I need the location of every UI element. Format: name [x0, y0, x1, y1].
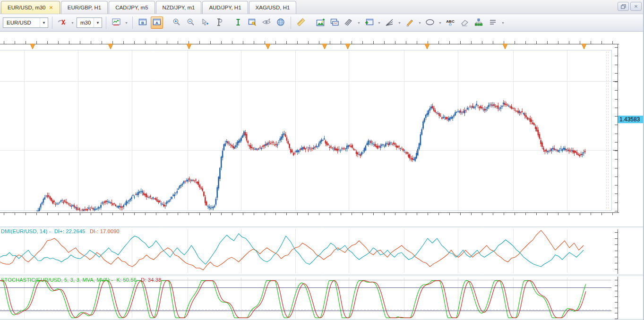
template-button[interactable]: [246, 17, 258, 29]
toolbar-separator: [106, 17, 106, 29]
chart-tab-eur-usd-m30[interactable]: EUR/USD, m30✕: [1, 1, 60, 14]
charting-app-window: EUR/USD, m30✕EUR/GBP, H1CAD/JPY, m5NZD/J…: [0, 0, 644, 320]
pointer-zoom-button[interactable]: [198, 17, 211, 29]
insert-window-icon: [365, 18, 374, 27]
close-window-button[interactable]: ✕: [630, 2, 642, 11]
restore-window-button[interactable]: [618, 2, 629, 11]
add-image-icon: [316, 18, 325, 27]
globe-icon: [276, 18, 285, 27]
fan-icon: [385, 18, 394, 27]
hide-button[interactable]: [260, 17, 273, 29]
zoom-in-button[interactable]: [170, 17, 182, 29]
tab-label: NZD/JPY, m1: [163, 5, 195, 10]
timeframe-select[interactable]: m30▼: [77, 17, 102, 28]
unlink-button-dropdown-arrow[interactable]: ▼: [70, 17, 75, 29]
add-image-button[interactable]: [314, 17, 326, 29]
stochastic-d-value: D: 34.38: [141, 277, 161, 283]
current-price-value: 1.43583: [619, 116, 640, 123]
list-icon: [489, 19, 497, 26]
zoom-out-button[interactable]: [184, 17, 197, 29]
svg-text:B: B: [141, 21, 144, 25]
insert-object-button-dropdown-arrow[interactable]: ▼: [377, 17, 381, 29]
unlink-button[interactable]: [56, 17, 69, 29]
chart-tab-aud-jpy-h1[interactable]: AUD/JPY, H1: [202, 1, 248, 14]
menu-button[interactable]: [487, 17, 499, 29]
bid-line-button[interactable]: B: [137, 17, 149, 29]
crosshair-button[interactable]: [232, 17, 244, 29]
pitchfork-button[interactable]: [343, 17, 355, 29]
ask-window-icon: A: [153, 18, 161, 27]
symbol-select-value: EUR/USD: [7, 20, 31, 25]
dmi-di-minus-value: DI-: 17.0090: [90, 228, 120, 234]
toolbar-separator: [291, 17, 291, 29]
chevron-down-icon[interactable]: ▼: [94, 18, 102, 27]
symbol-select[interactable]: EUR/USD▼: [3, 17, 48, 28]
pitchfork-button-dropdown-arrow[interactable]: ▼: [357, 17, 361, 29]
objects-tree-button[interactable]: [472, 17, 485, 29]
dmi-indicator-label: DMI(EUR/USD, 14) - DI+: 22.2645 DI-: 17.…: [1, 228, 120, 234]
chevron-down-icon[interactable]: ▼: [40, 18, 48, 27]
svg-text:ABC: ABC: [446, 19, 455, 24]
tab-close-icon[interactable]: ✕: [49, 5, 53, 11]
toolbar-separator: [52, 17, 52, 29]
chart-style-button[interactable]: [110, 17, 122, 29]
hierarchy-icon: [474, 18, 483, 27]
zoom-out-icon: [186, 18, 195, 27]
shapes-button[interactable]: [424, 17, 436, 29]
window-controls: ✕: [618, 2, 642, 11]
eraser-icon: [460, 18, 469, 27]
pencil-icon: [405, 18, 414, 27]
crosshair-icon: [234, 18, 242, 27]
chart-tab-nzd-jpy-m1[interactable]: NZD/JPY, m1: [156, 1, 202, 14]
fan-lines-button-dropdown-arrow[interactable]: ▼: [397, 17, 402, 29]
zoom-in-icon: [172, 18, 180, 27]
pointer-zoom-icon: [200, 18, 209, 27]
pitchfork-icon: [344, 18, 353, 27]
chart-type-icon: [112, 18, 120, 27]
ellipse-icon: [425, 18, 435, 27]
svg-text:A: A: [155, 21, 158, 25]
tab-label: EUR/USD, m30: [8, 5, 46, 10]
shapes-button-dropdown-arrow[interactable]: ▼: [438, 17, 442, 29]
eye-icon: [262, 18, 271, 27]
ruler-icon: [296, 17, 306, 28]
key-window-icon: [248, 18, 257, 27]
ask-line-button[interactable]: A: [151, 17, 163, 29]
text-label-button[interactable]: ABC: [444, 17, 456, 29]
frames-button[interactable]: [328, 17, 341, 29]
menu-button-dropdown-arrow[interactable]: ▼: [501, 17, 505, 29]
chart-tab-eur-gbp-h1[interactable]: EUR/GBP, H1: [61, 1, 108, 14]
vertical-scale-button[interactable]: [213, 17, 225, 29]
stochastic-indicator-label: STOCHASTIC(EUR/USD, 5, 3, 3, MVA, MVA) -…: [1, 277, 162, 283]
stochastic-k-value: K: 50.56: [116, 277, 137, 283]
tab-label: CAD/JPY, m5: [115, 5, 148, 10]
insert-object-button[interactable]: [363, 17, 375, 29]
chart-toolbar: EUR/USD▼▼m30▼▼BA▼▼▼▼▼ABC▼: [0, 14, 644, 32]
tab-label: EUR/GBP, H1: [68, 5, 101, 10]
dmi-title: DMI(EUR/USD, 14) -: [1, 228, 51, 234]
eraser-button[interactable]: [458, 17, 471, 29]
stochastic-title: STOCHASTIC(EUR/USD, 5, 3, 3, MVA, MVA) -: [1, 277, 113, 283]
frames-icon: [330, 18, 339, 27]
chart-tab-bar: EUR/USD, m30✕EUR/GBP, H1CAD/JPY, m5NZD/J…: [0, 0, 644, 14]
timeframe-select-value: m30: [80, 20, 91, 25]
text-icon: ABC: [446, 18, 455, 27]
measure-icon: [215, 18, 223, 27]
chart-tab-cad-jpy-m5[interactable]: CAD/JPY, m5: [109, 1, 155, 14]
chart-tab-xag-usd-h1[interactable]: XAG/USD, H1: [249, 1, 297, 14]
fan-lines-button[interactable]: [383, 17, 395, 29]
current-price-tag: 1.43583: [618, 116, 644, 123]
trendline-button[interactable]: [404, 17, 416, 29]
toolbar-separator: [132, 17, 133, 29]
web-button[interactable]: [275, 17, 287, 29]
tab-label: XAG/USD, H1: [256, 5, 290, 10]
chart-style-button-dropdown-arrow[interactable]: ▼: [124, 17, 129, 29]
trendline-button-dropdown-arrow[interactable]: ▼: [418, 17, 422, 29]
ruler-button[interactable]: [295, 17, 307, 29]
unlink-icon: [58, 18, 67, 27]
tab-label: AUD/JPY, H1: [209, 5, 241, 10]
bid-window-icon: B: [138, 18, 147, 27]
dmi-di-plus-value: DI+: 22.2645: [54, 228, 86, 234]
